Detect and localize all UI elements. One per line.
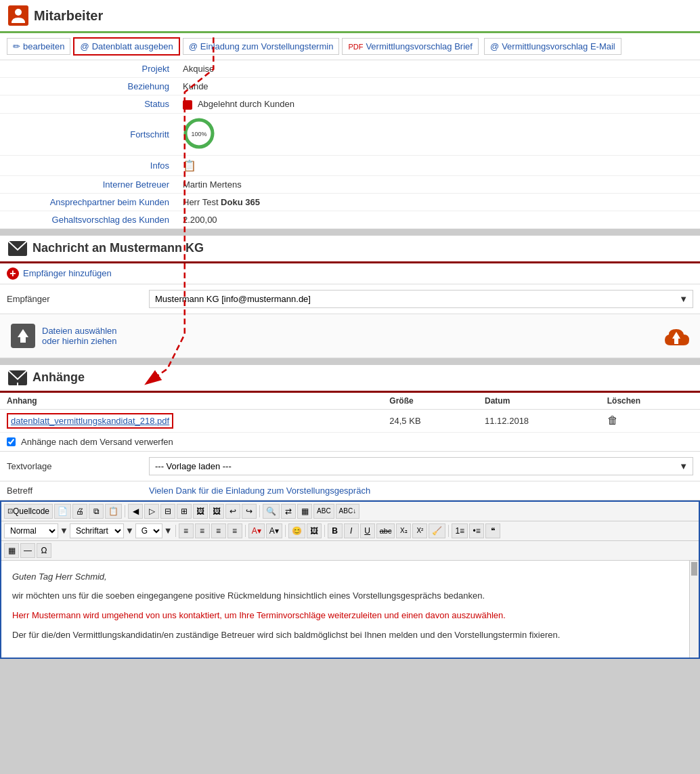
list-ul-btn[interactable]: •≡ (469, 523, 484, 538)
bearbeiten-btn[interactable]: ✏ bearbeiten (7, 38, 70, 55)
add-recipient-bar[interactable]: + Empfänger hinzufügen (0, 263, 700, 284)
align-center-btn[interactable]: ≡ (195, 523, 210, 538)
betreff-value: Vielen Dank für die Einladung zum Vorste… (149, 486, 370, 496)
highlight-btn[interactable]: A▾ (266, 523, 282, 538)
ed-btn-2[interactable]: 🖨 (72, 504, 87, 519)
ansprechpartner-row: Ansprechpartner beim Kunden Herr Test Do… (0, 193, 700, 211)
ed-btn-spell2[interactable]: ABC↓ (336, 504, 360, 519)
editor-area: ⊡ Quellcode 📄 🖨 ⧉ 📋 ◀ ▷ ⊟ ⊞ 🖼 🖼 ↩ ↪ 🔍 ⇄ (0, 500, 700, 659)
textvorlage-select-wrapper[interactable]: --- Vorlage laden --- ▼ (149, 457, 693, 475)
file-link[interactable]: datenblatt_vermittlungskandidat_218.pdf (7, 413, 173, 429)
list-ol-btn[interactable]: 1≡ (452, 523, 468, 538)
ansprechpartner-value: Herr Test Doku 365 (176, 193, 700, 211)
empfaenger-row: Empfänger Mustermann KG [info@mustermann… (0, 284, 700, 314)
size-select[interactable]: G... (135, 523, 162, 538)
vermittlung-brief-btn[interactable]: PDF Vermittlungsvorschlag Brief (342, 38, 479, 55)
ed-btn-5[interactable]: ◀ (128, 504, 143, 519)
blockquote-btn[interactable]: ❝ (485, 523, 500, 538)
mitarbeiter-info-table: Projekt Akquise Beziehung Kunde Status A… (0, 60, 700, 229)
sep7 (448, 525, 449, 537)
nachricht-section: Nachricht an Mustermann KG + Empfänger h… (0, 236, 700, 358)
ed-btn-8[interactable]: ⊞ (177, 504, 192, 519)
ed-btn-6[interactable]: ▷ (144, 504, 159, 519)
svg-text:100%: 100% (191, 131, 206, 137)
ed-btn-9[interactable]: 🖼 (193, 504, 208, 519)
sep2 (259, 505, 260, 517)
textvorlage-select[interactable]: --- Vorlage laden --- (149, 457, 693, 475)
font-select[interactable]: Schriftart (70, 523, 124, 538)
ed-btn-10[interactable]: 🖼 (209, 504, 224, 519)
anhaenge-verwerfen-label: Anhänge nach dem Versand verwerfen (21, 437, 173, 447)
ed-btn-7[interactable]: ⊟ (160, 504, 175, 519)
strikethrough-btn[interactable]: abc (376, 523, 395, 538)
mitarbeiter-title: Mitarbeiter (34, 8, 103, 24)
trash-icon[interactable]: 🗑 (607, 414, 618, 426)
ed-btn-redo[interactable]: ↪ (242, 504, 257, 519)
ed-btn-spell1[interactable]: ABC (313, 504, 334, 519)
sep1 (125, 505, 125, 517)
media-btn[interactable]: 🖼 (307, 523, 322, 538)
plus-icon: + (7, 267, 19, 280)
interner-betreuer-row: Interner Betreuer Martin Mertens (0, 175, 700, 193)
status-value: Abgelehnt durch Kunden (176, 95, 700, 114)
status-dot-icon (183, 100, 192, 110)
hr-btn[interactable]: — (20, 543, 35, 558)
font-color-btn[interactable]: A▾ (248, 523, 265, 538)
quellcode-btn[interactable]: ⊡ Quellcode (4, 504, 53, 519)
checkbox-row: Anhänge nach dem Versand verwerfen (0, 433, 700, 452)
empfaenger-select-wrapper[interactable]: Mustermann KG [info@mustermann.de] ▼ (149, 290, 693, 308)
fortschritt-label: Fortschritt (0, 113, 176, 155)
einladung-btn[interactable]: @ Einladung zum Vorstellungstermin (183, 38, 340, 55)
gehaltsvorschlag-value: 2.200,00 (176, 211, 700, 228)
at-icon3: @ (490, 41, 499, 51)
pencil-icon: ✏ (13, 41, 20, 51)
style-select[interactable]: Normal (4, 523, 58, 538)
chevron-size: ▼ (164, 525, 173, 536)
clear-format-btn[interactable]: 🧹 (429, 523, 445, 538)
ed-btn-replace[interactable]: ⇄ (281, 504, 296, 519)
anhaenge-verwerfen-checkbox[interactable] (7, 437, 16, 446)
ed-btn-table[interactable]: ▦ (297, 504, 312, 519)
at-icon2: @ (189, 41, 198, 51)
ed-btn-3[interactable]: ⧉ (89, 504, 104, 519)
upload-area[interactable]: Dateien auswählen oder hierhin ziehen (0, 314, 700, 358)
align-left-btn[interactable]: ≡ (179, 523, 194, 538)
attach-file-row: datenblatt_vermittlungskandidat_218.pdf … (0, 409, 700, 432)
empfaenger-select[interactable]: Mustermann KG [info@mustermann.de] (149, 290, 693, 308)
file-name-cell[interactable]: datenblatt_vermittlungskandidat_218.pdf (0, 409, 382, 432)
upload-text: Dateien auswählen oder hierhin ziehen (42, 326, 117, 346)
special-char-btn[interactable]: Ω (37, 543, 51, 558)
vermittlung-email-btn[interactable]: @ Vermittlungsvorschlag E-Mail (484, 38, 621, 55)
interner-betreuer-value: Martin Mertens (176, 175, 700, 193)
ed-btn-4[interactable]: 📋 (105, 504, 122, 519)
at-icon: @ (80, 41, 89, 51)
bold-btn[interactable]: B (328, 523, 343, 538)
col-datum: Datum (478, 393, 600, 410)
smiley-btn[interactable]: 😊 (288, 523, 305, 538)
attach-header-row: Anhang Größe Datum Löschen (0, 393, 700, 410)
download-icon (8, 370, 27, 385)
table-insert-btn[interactable]: ▦ (4, 543, 19, 558)
mitarbeiter-header: Mitarbeiter (0, 0, 700, 33)
beziehung-label: Beziehung (0, 78, 176, 95)
ed-btn-1[interactable]: 📄 (54, 504, 71, 519)
underline-btn[interactable]: U (360, 523, 375, 538)
file-size-cell: 24,5 KB (382, 409, 478, 432)
align-right-btn[interactable]: ≡ (211, 523, 226, 538)
ed-btn-search[interactable]: 🔍 (263, 504, 280, 519)
file-delete-cell[interactable]: 🗑 (600, 409, 700, 432)
subscript-btn[interactable]: X₂ (396, 523, 411, 538)
interner-betreuer-label: Interner Betreuer (0, 175, 176, 193)
editor-toolbar-row1: ⊡ Quellcode 📄 🖨 ⧉ 📋 ◀ ▷ ⊟ ⊞ 🖼 🖼 ↩ ↪ 🔍 ⇄ (1, 502, 699, 521)
editor-content[interactable]: Guten Tag Herr Schmid, wir möchten uns f… (1, 561, 699, 658)
ed-btn-undo[interactable]: ↩ (225, 504, 240, 519)
scrollbar[interactable] (689, 561, 699, 658)
envelope-icon (8, 241, 27, 256)
betreff-label: Betreff (7, 486, 142, 496)
fortschritt-row: Fortschritt 100% (0, 113, 700, 155)
superscript-btn[interactable]: X² (412, 523, 427, 538)
datenblatt-btn[interactable]: @ Datenblatt ausgeben (73, 37, 179, 56)
gehaltsvorschlag-label: Gehaltsvorschlag des Kunden (0, 211, 176, 228)
align-justify-btn[interactable]: ≡ (227, 523, 242, 538)
italic-btn[interactable]: I (344, 523, 359, 538)
